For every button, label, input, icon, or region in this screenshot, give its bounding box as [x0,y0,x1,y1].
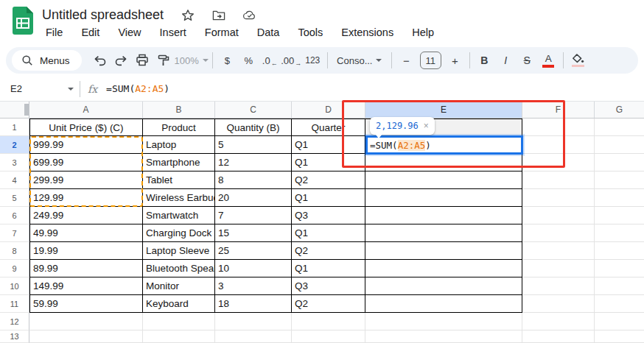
fill-color-button[interactable] [567,50,589,71]
menu-edit[interactable]: Edit [77,26,103,39]
cell-b8[interactable]: Laptop Sleeve [143,242,215,260]
menu-view[interactable]: View [114,26,144,39]
cell-a9[interactable]: 89.99 [29,260,143,277]
cell[interactable] [215,313,292,330]
menu-tools[interactable]: Tools [294,26,326,39]
cell[interactable] [595,295,644,313]
cell[interactable] [595,136,644,154]
row-header[interactable]: 6 [0,207,29,224]
cell[interactable] [522,277,595,295]
name-box[interactable]: E2 [0,83,80,94]
cell-d11[interactable]: Q2 [292,295,365,313]
font-select[interactable]: Conso... [332,50,388,71]
cell[interactable] [522,136,595,154]
cell-a8[interactable]: 19.99 [29,242,143,260]
cell-a10[interactable]: 149.99 [29,277,143,295]
column-header-g[interactable]: G [595,102,644,118]
cell-b2[interactable]: Laptop [143,136,215,154]
cell[interactable] [143,330,215,343]
cell[interactable] [595,313,644,330]
menu-format[interactable]: Format [201,26,242,39]
cell-a11[interactable]: 59.99 [29,295,143,313]
menus-search-button[interactable]: Menus [12,50,82,71]
cell[interactable] [522,172,595,189]
menu-extensions[interactable]: Extensions [337,26,397,39]
cell-b5[interactable]: Wireless Earbuds [143,189,215,207]
cell[interactable] [595,277,644,295]
cell-d8[interactable]: Q2 [292,242,365,260]
cell-e8[interactable] [365,242,522,260]
cell-e7[interactable] [365,224,522,242]
decrease-decimal-button[interactable]: .0← [259,50,281,71]
cell[interactable] [595,242,644,260]
column-header-b[interactable]: B [143,102,215,118]
cell[interactable] [522,295,595,313]
cell[interactable] [522,224,595,242]
row-header-selected[interactable]: 2 [0,136,29,154]
cell[interactable] [522,330,595,343]
cell-c5[interactable]: 20 [215,189,292,207]
cell[interactable] [522,119,595,136]
cell[interactable] [365,330,522,343]
cell-a7[interactable]: 49.99 [29,224,143,242]
cell-d10[interactable]: Q3 [292,277,365,295]
menu-file[interactable]: File [42,26,66,39]
row-header[interactable]: 3 [0,154,29,172]
decrease-font-size-button[interactable]: − [396,50,417,71]
column-header-c[interactable]: C [215,102,292,118]
cell-b7[interactable]: Charging Dock [143,224,215,242]
strikethrough-button[interactable]: S [517,50,538,71]
cell-c4[interactable]: 8 [215,172,292,189]
cell-a3[interactable]: 699.99 [29,154,143,172]
cell-d5[interactable]: Q1 [292,189,365,207]
cell[interactable] [365,313,522,330]
cell-d4[interactable]: Q2 [292,172,365,189]
cell-d3[interactable]: Q1 [292,154,365,172]
cell-b11[interactable]: Keyboard [143,295,215,313]
row-header[interactable]: 4 [0,172,29,189]
cell[interactable] [595,260,644,277]
cell[interactable] [292,330,365,343]
percent-format-button[interactable]: % [238,50,259,71]
cell-d7[interactable]: Q1 [292,224,365,242]
cell[interactable] [522,154,595,172]
cell[interactable] [595,154,644,172]
cell[interactable] [522,189,595,207]
row-header[interactable]: 5 [0,189,29,207]
row-header[interactable]: 13 [0,330,29,343]
cell-d6[interactable]: Q3 [292,207,365,224]
column-header-e[interactable]: E [365,102,522,118]
row-header[interactable]: 9 [0,260,29,277]
cell[interactable] [595,330,644,343]
cell-a4[interactable]: 299.99 [29,172,143,189]
column-header-a[interactable]: A [29,102,143,118]
cell-c7[interactable]: 15 [215,224,292,242]
row-header[interactable]: 10 [0,277,29,295]
cell-b1[interactable]: Product [143,119,215,136]
cell-c10[interactable]: 3 [215,277,292,295]
column-header-d[interactable]: D [292,102,365,118]
cell-e4[interactable] [365,172,522,189]
redo-button[interactable] [111,50,132,71]
bold-button[interactable]: B [474,50,495,71]
print-button[interactable] [132,50,153,71]
cell[interactable] [595,207,644,224]
cell[interactable] [292,313,365,330]
menu-insert[interactable]: Insert [156,26,190,39]
cell-e3[interactable] [365,154,522,172]
move-folder-icon[interactable] [212,9,225,22]
font-size-input[interactable]: 11 [420,52,441,69]
cell-d2[interactable]: Q1 [292,136,365,154]
cell-d9[interactable]: Q1 [292,260,365,277]
row-header[interactable]: 7 [0,224,29,242]
active-cell-editor[interactable]: =SUM(A2:A5) [365,135,523,155]
star-icon[interactable] [181,9,195,22]
cell-b9[interactable]: Bluetooth Speaker [143,260,215,277]
row-header[interactable]: 11 [0,295,29,313]
cell-e11[interactable] [365,295,522,313]
cell[interactable] [29,330,143,343]
cell-b3[interactable]: Smartphone [143,154,215,172]
cell-e9[interactable] [365,260,522,277]
cell-e10[interactable] [365,277,522,295]
cell-a6[interactable]: 249.99 [29,207,143,224]
